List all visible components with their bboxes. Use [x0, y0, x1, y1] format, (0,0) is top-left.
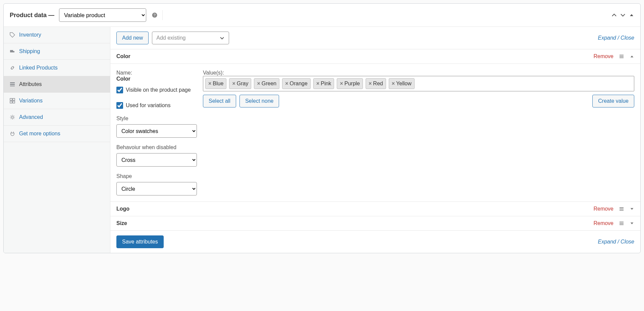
value-tag[interactable]: ×Blue	[205, 78, 226, 89]
attributes-toolbar: Add new Add existing Expand / Close	[110, 27, 640, 49]
value-tag[interactable]: ×Yellow	[389, 78, 415, 89]
triangle-down-icon[interactable]	[630, 221, 634, 226]
attribute-header-logo[interactable]: Logo Remove	[110, 202, 640, 216]
add-existing-placeholder: Add existing	[156, 35, 185, 41]
tab-label: Linked Products	[19, 65, 58, 71]
svg-rect-7	[10, 98, 12, 100]
svg-rect-2	[10, 50, 13, 52]
remove-tag-icon[interactable]: ×	[232, 81, 235, 87]
value-tag[interactable]: ×Gray	[229, 78, 251, 89]
gear-icon	[10, 115, 16, 120]
tab-linked-products[interactable]: Linked Products	[4, 60, 110, 76]
plug-icon	[10, 131, 16, 136]
value-tag[interactable]: ×Pink	[313, 78, 334, 89]
tag-label: Red	[373, 81, 383, 87]
tag-label: Green	[262, 81, 276, 87]
svg-rect-3	[13, 51, 14, 52]
value-tag[interactable]: ×Green	[254, 78, 279, 89]
tag-label: Purple	[344, 81, 360, 87]
name-label: Name:	[116, 70, 200, 76]
tab-label: Shipping	[19, 48, 40, 54]
tab-label: Get more options	[19, 131, 60, 137]
select-all-button[interactable]: Select all	[203, 95, 236, 107]
value-tag[interactable]: ×Orange	[282, 78, 311, 89]
tab-shipping[interactable]: Shipping	[4, 43, 110, 60]
drag-handle-icon[interactable]	[619, 54, 624, 59]
tab-attributes[interactable]: Attributes	[4, 76, 110, 93]
expand-close-link[interactable]: Expand / Close	[598, 35, 634, 41]
values-tagbox[interactable]: ×Blue×Gray×Green×Orange×Pink×Purple×Red×…	[203, 76, 634, 91]
tag-label: Yellow	[396, 81, 412, 87]
help-icon[interactable]: ?	[152, 12, 158, 18]
shape-select[interactable]: Circle	[116, 182, 197, 195]
tab-get-more-options[interactable]: Get more options	[4, 126, 110, 142]
triangle-up-icon[interactable]	[630, 54, 634, 59]
save-attributes-button[interactable]: Save attributes	[116, 235, 164, 248]
behaviour-select[interactable]: Cross	[116, 153, 197, 167]
tag-label: Gray	[237, 81, 249, 87]
tab-label: Advanced	[19, 114, 43, 120]
chevron-down-icon	[219, 35, 225, 41]
attribute-body-color: Name: Color Visible on the product page …	[110, 64, 640, 202]
attribute-header-size[interactable]: Size Remove	[110, 216, 640, 231]
drag-handle-icon[interactable]	[619, 206, 624, 212]
remove-tag-icon[interactable]: ×	[285, 81, 288, 87]
add-existing-select[interactable]: Add existing	[152, 32, 229, 44]
svg-rect-5	[10, 84, 15, 85]
tabs-sidebar: Inventory Shipping Linked Products Attri…	[4, 27, 110, 253]
visible-checkbox-row[interactable]: Visible on the product page	[116, 87, 200, 93]
remove-tag-icon[interactable]: ×	[392, 81, 395, 87]
svg-rect-8	[13, 98, 15, 100]
tab-advanced[interactable]: Advanced	[4, 109, 110, 126]
truck-icon	[10, 49, 16, 54]
tag-label: Orange	[290, 81, 308, 87]
svg-text:?: ?	[154, 13, 156, 17]
triangle-up-icon[interactable]	[629, 12, 634, 18]
tab-label: Variations	[19, 98, 43, 104]
remove-tag-icon[interactable]: ×	[208, 81, 211, 87]
tab-label: Attributes	[19, 81, 42, 87]
tag-label: Blue	[213, 81, 223, 87]
attribute-title: Logo	[116, 206, 129, 212]
chevron-up-icon[interactable]	[611, 12, 617, 18]
remove-tag-icon[interactable]: ×	[316, 81, 319, 87]
value-tag[interactable]: ×Purple	[337, 78, 363, 89]
variations-label: Used for variations	[126, 102, 170, 108]
panel-title: Product data —	[10, 12, 54, 19]
visible-checkbox[interactable]	[116, 87, 123, 93]
remove-link[interactable]: Remove	[593, 220, 613, 226]
remove-link[interactable]: Remove	[593, 206, 613, 212]
create-value-button[interactable]: Create value	[592, 95, 634, 107]
remove-tag-icon[interactable]: ×	[340, 81, 343, 87]
link-icon	[10, 65, 16, 71]
tab-inventory[interactable]: Inventory	[4, 27, 110, 43]
tab-variations[interactable]: Variations	[4, 93, 110, 109]
chevron-down-icon[interactable]	[620, 12, 626, 18]
list-icon	[10, 82, 16, 87]
attribute-title: Size	[116, 220, 127, 226]
behaviour-label: Behavoiur when disabled	[116, 144, 200, 150]
header-divider	[162, 10, 163, 20]
expand-close-link[interactable]: Expand / Close	[598, 239, 634, 245]
remove-link[interactable]: Remove	[593, 53, 613, 59]
variations-checkbox[interactable]	[116, 102, 123, 109]
svg-rect-10	[13, 101, 15, 103]
drag-handle-icon[interactable]	[619, 221, 624, 226]
svg-point-11	[11, 116, 13, 118]
product-type-select[interactable]: Variable product	[59, 8, 146, 22]
triangle-down-icon[interactable]	[630, 207, 634, 211]
svg-rect-6	[10, 86, 15, 86]
variations-checkbox-row[interactable]: Used for variations	[116, 102, 200, 109]
attribute-header-color[interactable]: Color Remove	[110, 49, 640, 64]
remove-tag-icon[interactable]: ×	[257, 81, 260, 87]
select-none-button[interactable]: Select none	[239, 95, 279, 107]
remove-tag-icon[interactable]: ×	[369, 81, 372, 87]
panel-header: Product data — Variable product ?	[4, 4, 640, 27]
style-select[interactable]: Color swatches	[116, 124, 197, 138]
add-new-button[interactable]: Add new	[116, 32, 149, 44]
value-tag[interactable]: ×Red	[366, 78, 386, 89]
tag-icon	[10, 32, 16, 38]
attribute-title: Color	[116, 53, 130, 59]
tag-label: Pink	[321, 81, 331, 87]
svg-rect-4	[10, 82, 15, 83]
